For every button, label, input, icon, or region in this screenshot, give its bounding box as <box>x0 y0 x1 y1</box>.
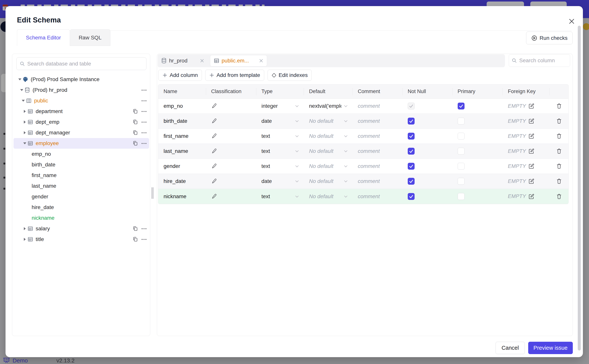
type-select[interactable]: text <box>256 129 304 143</box>
trash-icon[interactable] <box>556 193 562 200</box>
tree-item-birth-date[interactable]: birth_date <box>13 159 149 170</box>
more-menu-icon[interactable] <box>142 143 146 144</box>
type-select[interactable]: text <box>256 189 304 204</box>
type-select[interactable]: date <box>256 174 304 189</box>
more-menu-icon[interactable] <box>142 111 146 112</box>
panel-resize-handle[interactable] <box>152 187 154 199</box>
type-select[interactable]: text <box>256 144 304 159</box>
tree-item-hire-date[interactable]: hire_date <box>13 202 149 213</box>
add-from-template-button[interactable]: Add from template <box>205 70 264 81</box>
pencil-icon[interactable] <box>211 133 217 139</box>
column-search-input[interactable] <box>519 58 567 64</box>
tree-item--prod-hr-prod[interactable]: (Prod) hr_prod <box>13 85 149 95</box>
primary-checkbox[interactable] <box>458 148 465 155</box>
pencil-icon[interactable] <box>211 163 217 169</box>
comment-field[interactable]: comment <box>352 189 402 204</box>
primary-checkbox[interactable] <box>458 193 465 200</box>
column-name-field[interactable]: nickname <box>158 189 206 204</box>
caret-right-icon[interactable] <box>22 121 27 124</box>
default-select[interactable]: No default <box>304 129 352 143</box>
tree-search-input[interactable] <box>27 61 143 67</box>
copy-icon[interactable] <box>133 109 138 114</box>
caret-right-icon[interactable] <box>22 131 27 134</box>
more-menu-icon[interactable] <box>142 132 146 133</box>
caret-right-icon[interactable] <box>22 227 27 230</box>
caret-down-icon[interactable] <box>22 143 27 144</box>
primary-checkbox[interactable] <box>458 118 465 124</box>
copy-icon[interactable] <box>133 141 138 146</box>
foreign-key-editor[interactable]: EMPTY <box>508 103 535 109</box>
pencil-icon[interactable] <box>211 118 217 124</box>
type-select[interactable]: date <box>256 114 304 129</box>
primary-checkbox[interactable] <box>458 103 465 110</box>
tree-item-public[interactable]: public <box>13 95 149 106</box>
column-name-field[interactable]: last_name <box>158 144 206 159</box>
tree-item--prod-prod-sample-instance[interactable]: (Prod) Prod Sample Instance <box>13 74 149 85</box>
column-name-field[interactable]: hire_date <box>158 174 206 189</box>
tree-item-employee[interactable]: employee <box>13 138 149 149</box>
tree-item-last-name[interactable]: last_name <box>13 181 149 191</box>
more-menu-icon[interactable] <box>142 90 146 91</box>
comment-field[interactable]: comment <box>352 99 402 113</box>
tab-raw-sql[interactable]: Raw SQL <box>70 29 111 46</box>
run-checks-button[interactable]: Run checks <box>526 32 573 44</box>
close-tab-icon[interactable] <box>200 58 204 63</box>
tree-item-dept-emp[interactable]: dept_emp <box>13 117 149 127</box>
caret-down-icon[interactable] <box>19 89 24 91</box>
editor-tab-hr-prod[interactable]: hr_prod <box>158 54 208 67</box>
comment-field[interactable]: comment <box>352 144 402 159</box>
comment-field[interactable]: comment <box>352 114 402 129</box>
editor-tab-public-em-[interactable]: public.em... <box>210 55 267 66</box>
tree-item-gender[interactable]: gender <box>13 191 149 202</box>
cancel-button[interactable]: Cancel <box>495 342 525 354</box>
tree-item-emp-no[interactable]: emp_no <box>13 149 149 159</box>
copy-icon[interactable] <box>133 226 138 232</box>
pencil-icon[interactable] <box>211 178 217 184</box>
not-null-checkbox[interactable] <box>408 118 415 124</box>
default-select[interactable]: No default <box>304 189 352 204</box>
pencil-icon[interactable] <box>211 148 217 154</box>
tree-item-first-name[interactable]: first_name <box>13 170 149 181</box>
close-icon[interactable] <box>567 17 576 26</box>
trash-icon[interactable] <box>556 118 562 124</box>
caret-down-icon[interactable] <box>21 100 26 102</box>
default-select[interactable]: No default <box>304 174 352 189</box>
more-menu-icon[interactable] <box>142 239 146 240</box>
foreign-key-editor[interactable]: EMPTY <box>508 148 535 154</box>
tree-item-salary[interactable]: salary <box>13 223 149 234</box>
type-select[interactable]: integer <box>256 99 304 113</box>
tree-item-dept-manager[interactable]: dept_manager <box>13 127 149 138</box>
comment-field[interactable]: comment <box>352 159 402 174</box>
foreign-key-editor[interactable]: EMPTY <box>508 178 535 184</box>
primary-checkbox[interactable] <box>458 178 465 185</box>
default-select[interactable]: nextval('employ <box>304 99 352 113</box>
default-select[interactable]: No default <box>304 144 352 159</box>
column-name-field[interactable]: first_name <box>158 129 206 143</box>
trash-icon[interactable] <box>556 148 562 154</box>
preview-issue-button[interactable]: Preview issue <box>528 342 573 354</box>
caret-right-icon[interactable] <box>22 238 27 241</box>
pencil-icon[interactable] <box>211 194 217 199</box>
close-tab-icon[interactable] <box>259 58 263 63</box>
tree-item-title[interactable]: title <box>13 234 149 245</box>
not-null-checkbox[interactable] <box>408 148 415 155</box>
foreign-key-editor[interactable]: EMPTY <box>508 133 535 139</box>
copy-icon[interactable] <box>133 119 138 125</box>
primary-checkbox[interactable] <box>458 163 465 170</box>
pencil-icon[interactable] <box>211 103 217 109</box>
caret-down-icon[interactable] <box>17 78 22 80</box>
more-menu-icon[interactable] <box>142 122 146 123</box>
trash-icon[interactable] <box>556 178 562 184</box>
not-null-checkbox[interactable] <box>408 178 415 185</box>
modal-scrollbar[interactable] <box>578 26 581 351</box>
not-null-checkbox[interactable] <box>408 133 415 140</box>
foreign-key-editor[interactable]: EMPTY <box>508 193 535 200</box>
caret-right-icon[interactable] <box>22 110 27 113</box>
copy-icon[interactable] <box>133 236 138 242</box>
default-select[interactable]: No default <box>304 159 352 174</box>
trash-icon[interactable] <box>556 163 562 169</box>
more-menu-icon[interactable] <box>142 228 146 229</box>
tree-item-department[interactable]: department <box>13 106 149 117</box>
trash-icon[interactable] <box>556 133 562 139</box>
type-select[interactable]: text <box>256 159 304 174</box>
